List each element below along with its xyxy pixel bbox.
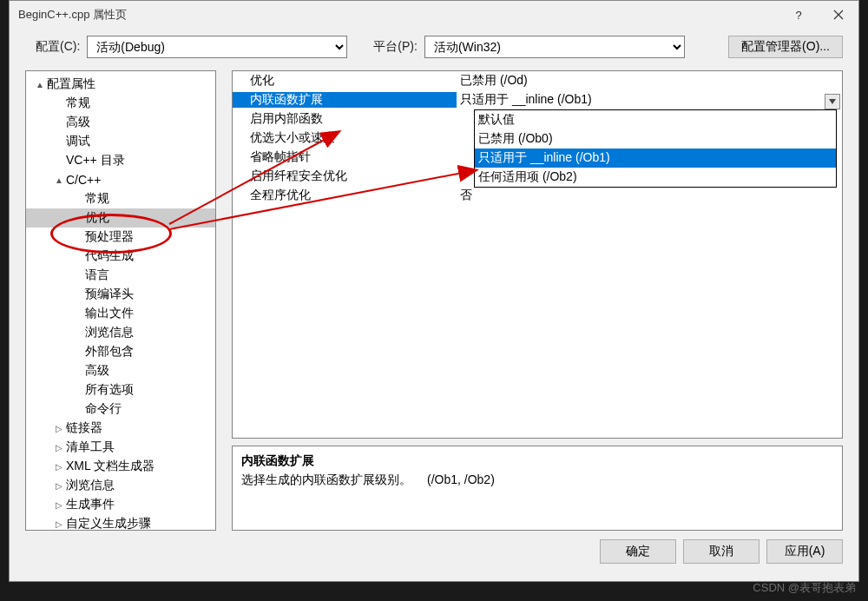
description-title: 内联函数扩展: [241, 453, 833, 469]
titlebar: BeginC++.cpp 属性页 ?: [10, 1, 858, 29]
close-icon: [833, 10, 844, 20]
tree-item[interactable]: 外部包含: [26, 342, 215, 361]
tree-item[interactable]: ▲C/C++: [26, 170, 215, 189]
property-name: 启用内部函数: [233, 111, 457, 127]
property-value[interactable]: 只适用于 __inline (/Ob1): [457, 92, 842, 108]
tree-item[interactable]: 优化: [26, 208, 215, 228]
nav-tree[interactable]: ▲配置属性常规高级调试VC++ 目录▲C/C++常规优化预处理器代码生成语言预编…: [25, 70, 216, 531]
tree-twisty-icon[interactable]: ▲: [33, 80, 47, 89]
tree-item[interactable]: ▷生成事件: [26, 495, 215, 514]
property-row[interactable]: 内联函数扩展只适用于 __inline (/Ob1): [233, 90, 842, 109]
tree-item-label: 高级: [85, 363, 109, 379]
property-value[interactable]: 已禁用 (/Od): [457, 73, 842, 89]
config-combo[interactable]: 活动(Debug): [87, 36, 347, 58]
tree-item-label: 自定义生成步骤: [66, 516, 151, 531]
dropdown-option[interactable]: 默认值: [475, 110, 836, 129]
tree-item[interactable]: ▷浏览信息: [26, 476, 215, 495]
property-name: 省略帧指针: [233, 149, 457, 165]
tree-item[interactable]: 常规: [26, 94, 215, 113]
config-row: 配置(C): 活动(Debug) 平台(P): 活动(Win32) 配置管理器(…: [10, 29, 858, 70]
dropdown-option[interactable]: 任何适用项 (/Ob2): [475, 168, 836, 187]
tree-item[interactable]: 高级: [26, 113, 215, 132]
tree-item[interactable]: ▷清单工具: [26, 438, 215, 457]
tree-item[interactable]: ▷自定义生成步骤: [26, 514, 215, 531]
config-label: 配置(C):: [36, 39, 80, 55]
description-text: 选择生成的内联函数扩展级别。(/Ob1, /Ob2): [241, 472, 833, 488]
tree-item-label: VC++ 目录: [66, 153, 125, 168]
tree-item-label: C/C++: [66, 173, 101, 187]
tree-item-label: XML 文档生成器: [66, 459, 155, 474]
tree-item-label: 清单工具: [66, 439, 115, 455]
tree-item[interactable]: ▷XML 文档生成器: [26, 457, 215, 476]
tree-item[interactable]: 代码生成: [26, 247, 215, 266]
tree-twisty-icon[interactable]: ▷: [52, 443, 66, 452]
tree-item-label: 调试: [66, 134, 90, 149]
property-name: 优化: [233, 73, 457, 89]
description-panel: 内联函数扩展 选择生成的内联函数扩展级别。(/Ob1, /Ob2): [232, 446, 843, 531]
property-name: 内联函数扩展: [233, 92, 457, 108]
tree-item[interactable]: 常规: [26, 189, 215, 208]
tree-item[interactable]: 语言: [26, 266, 215, 285]
tree-item-label: 常规: [66, 96, 90, 111]
tree-item-label: 优化: [85, 210, 109, 226]
platform-combo[interactable]: 活动(Win32): [424, 36, 685, 58]
dropdown-button[interactable]: [825, 94, 840, 109]
property-grid[interactable]: 优化已禁用 (/Od)内联函数扩展只适用于 __inline (/Ob1)启用内…: [232, 70, 843, 439]
platform-label: 平台(P):: [373, 39, 418, 55]
tree-item-label: 浏览信息: [85, 325, 134, 340]
property-name: 优选大小或速度: [233, 130, 457, 146]
tree-twisty-icon[interactable]: ▷: [52, 424, 66, 433]
property-name: 全程序优化: [233, 188, 457, 203]
chevron-down-icon: [829, 99, 836, 104]
help-button[interactable]: ?: [779, 1, 819, 29]
dropdown-option[interactable]: 已禁用 (/Ob0): [475, 129, 836, 149]
tree-item-label: 预编译头: [85, 287, 134, 302]
tree-item[interactable]: 调试: [26, 132, 215, 151]
ok-button[interactable]: 确定: [600, 539, 676, 564]
tree-item[interactable]: VC++ 目录: [26, 151, 215, 170]
close-button[interactable]: [819, 1, 858, 29]
tree-item-label: 输出文件: [85, 306, 134, 321]
tree-item[interactable]: 预处理器: [26, 228, 215, 247]
tree-item[interactable]: 输出文件: [26, 304, 215, 323]
tree-twisty-icon[interactable]: ▷: [52, 519, 66, 529]
value-dropdown[interactable]: 默认值已禁用 (/Ob0)只适用于 __inline (/Ob1)任何适用项 (…: [474, 109, 837, 188]
tree-item[interactable]: ▷链接器: [26, 419, 215, 438]
dropdown-option[interactable]: 只适用于 __inline (/Ob1): [475, 149, 836, 168]
tree-item-label: 常规: [85, 191, 109, 207]
tree-item[interactable]: ▲配置属性: [26, 75, 215, 94]
tree-twisty-icon[interactable]: ▷: [52, 462, 66, 472]
tree-twisty-icon[interactable]: ▷: [52, 481, 66, 491]
cancel-button[interactable]: 取消: [683, 539, 760, 564]
tree-item-label: 所有选项: [85, 382, 134, 398]
tree-item-label: 外部包含: [85, 344, 134, 360]
property-row[interactable]: 优化已禁用 (/Od): [233, 71, 842, 90]
config-manager-button[interactable]: 配置管理器(O)...: [728, 36, 843, 58]
watermark: CSDN @表哥抱表弟: [753, 580, 856, 596]
apply-button[interactable]: 应用(A): [766, 539, 843, 564]
window-title: BeginC++.cpp 属性页: [18, 7, 127, 23]
tree-twisty-icon[interactable]: ▷: [52, 500, 66, 510]
tree-item-label: 链接器: [66, 420, 102, 436]
tree-item-label: 配置属性: [47, 76, 95, 92]
tree-item-label: 命令行: [85, 401, 122, 417]
property-name: 启用纤程安全优化: [233, 168, 457, 184]
tree-item[interactable]: 浏览信息: [26, 323, 215, 342]
tree-item[interactable]: 命令行: [26, 400, 215, 419]
tree-item-label: 语言: [85, 267, 109, 283]
tree-item-label: 生成事件: [66, 497, 115, 512]
tree-item-label: 浏览信息: [66, 478, 115, 493]
tree-item-label: 代码生成: [85, 248, 134, 264]
property-pages-dialog: BeginC++.cpp 属性页 ? 配置(C): 活动(Debug) 平台(P…: [9, 0, 859, 582]
tree-twisty-icon[interactable]: ▲: [52, 175, 66, 185]
dialog-footer: 确定 取消 应用(A): [10, 531, 858, 564]
tree-item[interactable]: 预编译头: [26, 285, 215, 304]
tree-item-label: 高级: [66, 115, 90, 130]
property-value[interactable]: 否: [457, 188, 842, 203]
tree-item-label: 预处理器: [85, 229, 134, 245]
tree-item[interactable]: 高级: [26, 361, 215, 380]
tree-item[interactable]: 所有选项: [26, 380, 215, 400]
property-row[interactable]: 全程序优化否: [233, 186, 842, 205]
